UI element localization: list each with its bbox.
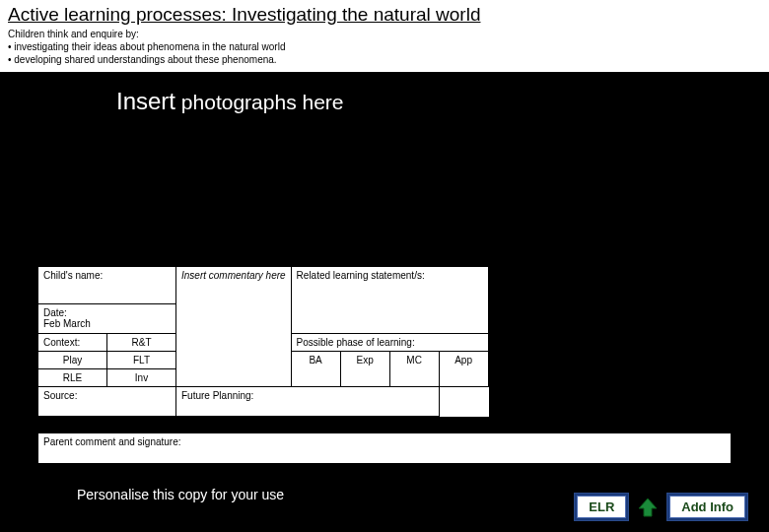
parent-comment-row[interactable]: Parent comment and signature: bbox=[37, 433, 732, 464]
possible-phase-cell: Possible phase of learning: bbox=[291, 334, 488, 352]
mc-cell[interactable]: MC bbox=[389, 352, 439, 387]
header-block: Active learning processes: Investigating… bbox=[0, 0, 769, 72]
related-statements-cell[interactable]: Related learning statement/s: bbox=[291, 267, 488, 334]
parent-label: Parent comment and signature: bbox=[43, 436, 181, 447]
learning-form-table: Child's name: Insert commentary here Rel… bbox=[37, 266, 489, 417]
photo-placeholder-area: Insert photographs here bbox=[0, 72, 769, 115]
commentary-cell[interactable]: Insert commentary here bbox=[176, 267, 292, 387]
rle-cell[interactable]: RLE bbox=[38, 369, 107, 387]
rt-cell[interactable]: R&T bbox=[107, 334, 176, 352]
source-cell[interactable]: Source: bbox=[38, 387, 176, 417]
bottom-button-bar: ELR Add Info bbox=[575, 494, 747, 520]
svg-marker-0 bbox=[639, 499, 657, 516]
insert-rest: photographs here bbox=[175, 91, 343, 113]
up-arrow-icon[interactable] bbox=[636, 496, 660, 519]
date-cell[interactable]: Date: Feb March bbox=[38, 304, 176, 334]
source-label: Source: bbox=[43, 390, 77, 401]
inv-cell[interactable]: Inv bbox=[107, 369, 176, 387]
future-planning-cell[interactable]: Future Planning: bbox=[176, 387, 440, 417]
date-label: Date: bbox=[43, 307, 67, 318]
exp-cell[interactable]: Exp bbox=[340, 352, 389, 387]
bullet-2: • developing shared understandings about… bbox=[8, 53, 761, 66]
child-name-cell[interactable]: Child's name: bbox=[38, 267, 176, 304]
flt-cell[interactable]: FLT bbox=[107, 352, 176, 369]
app-cell[interactable]: App bbox=[439, 352, 488, 387]
ba-cell[interactable]: BA bbox=[291, 352, 340, 387]
insert-word: Insert bbox=[116, 88, 175, 114]
related-label: Related learning statement/s: bbox=[297, 270, 425, 281]
play-cell[interactable]: Play bbox=[38, 352, 107, 369]
context-label-cell: Context: bbox=[38, 334, 107, 352]
page-title: Active learning processes: Investigating… bbox=[8, 4, 761, 26]
insert-photo-text: Insert photographs here bbox=[116, 88, 769, 115]
personalise-text: Personalise this copy for your use bbox=[77, 487, 284, 502]
subtitle-line: Children think and enquire by: bbox=[8, 28, 761, 40]
date-value: Feb March bbox=[43, 318, 91, 329]
child-name-label: Child's name: bbox=[43, 270, 103, 281]
future-label: Future Planning: bbox=[181, 390, 253, 401]
bullet-1: • investigating their ideas about phenom… bbox=[8, 40, 761, 53]
elr-button[interactable]: ELR bbox=[575, 494, 628, 520]
add-info-button[interactable]: Add Info bbox=[667, 494, 747, 520]
commentary-placeholder: Insert commentary here bbox=[181, 270, 286, 281]
